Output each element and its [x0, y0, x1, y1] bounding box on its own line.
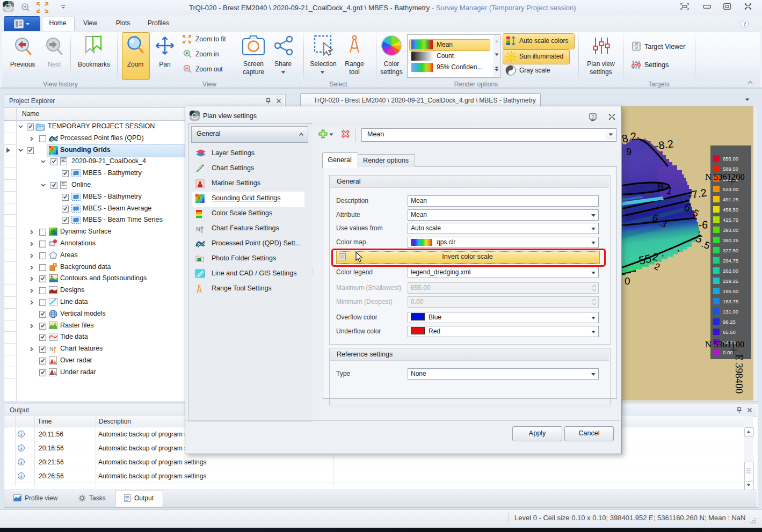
svg-text:262.00: 262.00: [723, 268, 738, 274]
svg-text:491.25: 491.25: [723, 196, 738, 202]
svg-text:163.75: 163.75: [723, 298, 738, 304]
svg-text:-7.2: -7.2: [687, 186, 708, 201]
svg-text:229.25: 229.25: [723, 278, 738, 284]
svg-text:655.00: 655.00: [723, 156, 738, 162]
svg-text:294.75: 294.75: [723, 258, 738, 264]
svg-text:N: N: [196, 226, 200, 232]
svg-text:-6: -6: [698, 218, 708, 231]
svg-text:0: 0: [625, 275, 630, 287]
svg-text:360.25: 360.25: [723, 237, 738, 243]
svg-text:131.00: 131.00: [723, 309, 738, 315]
svg-text:196.50: 196.50: [723, 288, 738, 294]
svg-text:?: ?: [743, 21, 746, 27]
svg-text:E 398400: E 398400: [734, 354, 745, 393]
svg-text:8: 8: [657, 180, 664, 192]
svg-text:327.50: 327.50: [723, 247, 738, 253]
svg-text:524.00: 524.00: [723, 186, 738, 192]
svg-text:-8.2: -8.2: [654, 137, 674, 152]
svg-text:393.00: 393.00: [723, 227, 738, 233]
svg-text:458.50: 458.50: [723, 207, 738, 213]
svg-text:N 5361100: N 5361100: [705, 339, 744, 349]
svg-text:9: 9: [626, 147, 632, 157]
svg-text:98.25: 98.25: [723, 319, 736, 325]
svg-text:589.50: 589.50: [723, 166, 738, 172]
svg-text:0.00: 0.00: [723, 349, 733, 355]
svg-text:N: N: [49, 346, 53, 352]
svg-text:.5: .5: [700, 238, 712, 251]
svg-text:425.75: 425.75: [723, 217, 738, 223]
svg-text:?: ?: [592, 114, 594, 120]
svg-text:65.50: 65.50: [723, 329, 736, 335]
svg-text:N 5361200: N 5361200: [705, 172, 745, 182]
